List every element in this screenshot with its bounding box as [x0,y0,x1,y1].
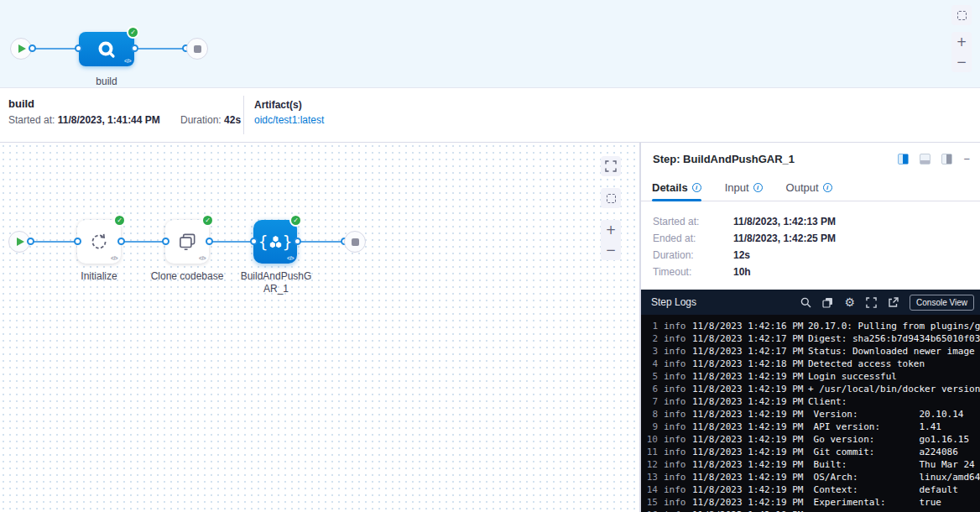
stage-summary-bar: build Started at: 11/8/2023, 1:41:44 PM … [0,89,980,143]
step-details-panel: Step: BuildAndPushGAR_1 − Details i Inpu… [640,143,980,512]
zoom-controls: + − [951,32,972,72]
log-line: 5info11/8/2023 1:42:19 PMLogin successfu… [641,370,980,383]
edge [121,241,165,243]
step-logs-panel: Step Logs ⚙ Console View 1info11/8/20 [641,290,980,512]
detail-row-duration: Duration: 12s [641,247,980,264]
detail-row-ended: Ended at: 11/8/2023, 1:42:25 PM [641,230,980,247]
log-line: 2info11/8/2023 1:42:17 PMDigest: sha256:… [641,332,980,345]
marquee-select-button[interactable] [951,5,972,25]
port [294,238,301,245]
stop-icon [194,45,201,53]
pipeline-end-node [186,38,208,60]
panel-layout-controls: − [898,154,970,165]
fit-to-screen-button[interactable] [601,156,621,176]
console-view-button[interactable]: Console View [910,295,974,311]
step-label-buildandpushgar[interactable]: BuildAndPushGAR_1 [239,270,313,295]
port [131,44,138,52]
port [75,44,82,52]
minimize-panel-button[interactable]: − [963,154,970,165]
log-line: 13info11/8/2023 1:42:19 PM OS/Arch: linu… [641,471,980,483]
play-icon [17,238,24,246]
marquee-icon [957,11,967,20]
log-line: 9info11/8/2023 1:42:19 PM API version: 1… [641,421,980,433]
step-details-list: Started at: 11/8/2023, 1:42:13 PM Ended … [641,213,980,280]
code-icon: </> [111,255,117,261]
port [206,238,213,245]
edge [209,241,253,243]
step-label-initialize[interactable]: Initialize [57,270,141,282]
layout-split-icon[interactable] [941,154,952,165]
log-line: 11info11/8/2023 1:42:19 PM Git commit: a… [641,446,980,458]
zoom-out-button[interactable]: − [951,52,972,72]
copy-icon[interactable] [822,297,833,308]
step-graph-canvas: </> ✓ </> ✓ { } </> ✓ Initial [0,143,640,512]
fullscreen-icon[interactable] [866,297,877,308]
log-toolbar: ⚙ Console View [800,295,974,311]
info-icon: i [692,183,701,192]
clone-codebase-icon [176,231,198,253]
tab-input[interactable]: Input i [725,181,763,201]
log-line: 6info11/8/2023 1:42:19 PM+ /usr/local/bi… [641,383,980,395]
stage-label[interactable]: build [79,76,134,87]
gar-icon: { } [258,234,292,250]
code-icon: </> [287,255,294,261]
stage-summary-title: build [8,97,34,110]
open-external-icon[interactable] [888,297,899,308]
stage-started-at: Started at: 11/8/2023, 1:41:44 PM [8,114,160,126]
marquee-icon [607,194,616,203]
log-line: 8info11/8/2023 1:42:19 PM Version: 20.10… [641,408,980,421]
log-line: 15info11/8/2023 1:42:19 PM Experimental:… [641,496,980,509]
edge [32,48,79,50]
port [74,238,81,245]
step-panel-title: Step: BuildAndPushGAR_1 [653,153,795,165]
port [250,238,258,245]
log-line: 14info11/8/2023 1:42:19 PM Context: defa… [641,483,980,496]
tab-details[interactable]: Details i [652,181,701,201]
divider [243,96,244,134]
edge [30,241,77,243]
layout-right-icon[interactable] [898,154,909,165]
fit-icon [605,160,617,172]
info-icon: i [823,183,832,192]
log-line: 1info11/8/2023 1:42:16 PM20.17.0: Pullin… [641,320,980,332]
initialize-icon [88,231,110,253]
step-node-clone-codebase[interactable]: </> [165,220,209,264]
log-line: 12info11/8/2023 1:42:19 PM Built: Thu Ma… [641,458,980,471]
stage-duration: Duration: 42s [180,114,241,126]
pipeline-stage-canvas: </> ✓ build + − [0,0,980,88]
step-node-buildandpushgar[interactable]: { } </> [253,220,297,264]
success-badge: ✓ [201,214,214,227]
success-badge: ✓ [127,26,139,39]
layout-bottom-icon[interactable] [920,154,930,165]
info-icon: i [753,183,763,192]
step-logs-title: Step Logs [651,296,696,308]
step-label-clone-codebase[interactable]: Clone codebase [133,270,242,282]
page: { "colors": { "primary": "#0278d5", "suc… [0,0,980,512]
tab-output[interactable]: Output i [786,181,832,201]
stage-node-build[interactable]: </> [79,32,134,66]
log-line: 3info11/8/2023 1:42:17 PMStatus: Downloa… [641,345,980,358]
detail-row-started: Started at: 11/8/2023, 1:42:13 PM [641,213,980,230]
search-icon[interactable] [800,297,811,308]
success-badge: ✓ [113,214,126,227]
step-panel-tabs: Details i Input i Output i [641,176,980,201]
zoom-out-button[interactable]: − [601,240,621,260]
play-icon [18,44,26,53]
code-icon: </> [124,58,131,64]
gear-icon[interactable]: ⚙ [844,296,855,308]
step-node-initialize[interactable]: </> [77,220,121,264]
artifact-link[interactable]: oidc/test1:latest [254,114,324,126]
log-line: 7info11/8/2023 1:42:19 PMClient: [641,395,980,408]
port [29,44,36,52]
log-line: 10info11/8/2023 1:42:19 PM Go version: g… [641,433,980,446]
marquee-select-button[interactable] [601,188,621,208]
zoom-in-button[interactable]: + [951,32,972,52]
log-line: 16info11/8/2023 1:42:19 PM [641,509,980,512]
zoom-in-button[interactable]: + [601,220,621,240]
edge [297,241,344,243]
log-body[interactable]: 1info11/8/2023 1:42:16 PM20.17.0: Pullin… [641,315,980,512]
log-line: 4info11/8/2023 1:42:18 PMDetected access… [641,358,980,370]
success-badge: ✓ [289,214,302,227]
stop-icon [352,238,359,246]
zoom-controls: + − [601,220,621,260]
